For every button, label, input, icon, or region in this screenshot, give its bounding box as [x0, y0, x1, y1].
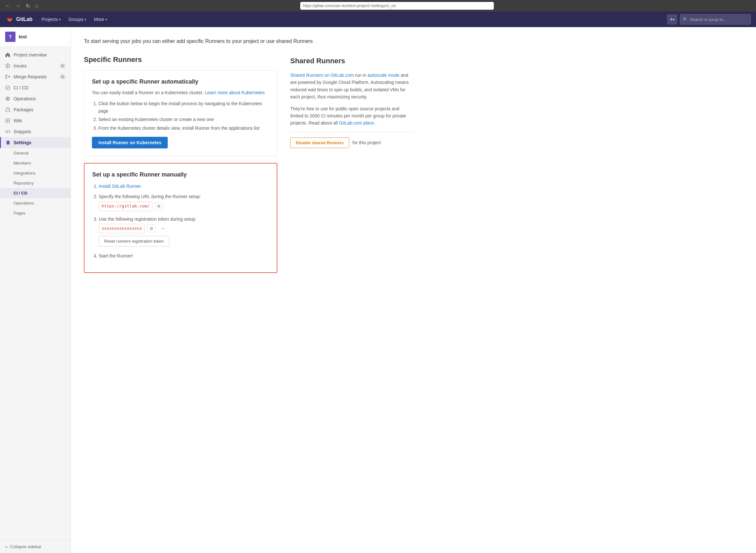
auto-runner-title: Set up a specific Runner automatically [92, 78, 269, 85]
new-item-button[interactable]: + ▾ [667, 14, 677, 24]
nav-groups-label: Groups [68, 17, 83, 22]
search-bar[interactable]: 🔍 Search or jump to... [680, 14, 751, 24]
install-runner-button[interactable]: Install Runner on Kubernetes [92, 137, 168, 148]
sidebar-item-label: Snippets [13, 129, 31, 134]
operations-icon [5, 96, 10, 101]
sidebar-item-settings[interactable]: Settings [0, 137, 71, 148]
manual-runner-title: Set up a specific Runner manually [92, 171, 269, 178]
collapse-icon: « [5, 544, 7, 549]
auto-runner-steps: Click the button below to begin the inst… [92, 100, 269, 132]
nav-more[interactable]: More ▾ [90, 12, 111, 27]
sidebar-item-project-overview[interactable]: Project overview [0, 49, 71, 60]
main-content: To start serving your jobs you can eithe… [71, 27, 426, 553]
sidebar-item-label: Issues [13, 63, 26, 68]
collapse-label: Collapse sidebar [10, 544, 41, 549]
sidebar-footer: « Collapse sidebar [0, 540, 71, 553]
gitlab-plans-link[interactable]: GitLab.com plans [339, 121, 375, 126]
sidebar-sub-item-ci-cd[interactable]: CI / CD [0, 188, 71, 198]
sidebar-item-snippets[interactable]: Snippets [0, 126, 71, 137]
disable-shared-runners-button[interactable]: Disable shared Runners [290, 138, 349, 148]
runners-grid: Specific Runners Set up a specific Runne… [84, 56, 413, 273]
auto-runner-description: You can easily install a Runner on a Kub… [92, 89, 269, 96]
svg-point-4 [5, 77, 7, 79]
layout: T test Project overview Issues 0 [0, 27, 756, 553]
sidebar-item-wiki[interactable]: Wiki [0, 115, 71, 126]
copy-url-button[interactable]: ⧉ [155, 202, 163, 210]
avatar: T [5, 31, 15, 42]
sidebar-sub-item-members[interactable]: Members [0, 158, 71, 168]
url-text: https://gitlab.com/user-test/test-projec… [303, 4, 396, 8]
refresh-button[interactable]: ↻ [24, 2, 31, 10]
sidebar-item-label: Merge Requests [13, 74, 47, 79]
shared-runners-link[interactable]: Shared Runners on GitLab.com [290, 73, 355, 78]
sidebar-item-label: Packages [13, 107, 33, 112]
sidebar-item-label: Operations [13, 96, 35, 101]
sidebar-sub-item-general[interactable]: General [0, 148, 71, 158]
issues-icon [5, 63, 10, 68]
forward-button[interactable]: → [14, 2, 22, 9]
sidebar-item-label: CI / CD [13, 85, 28, 90]
gitlab-logo-text: GitLab [16, 16, 32, 22]
back-button[interactable]: ← [4, 2, 12, 9]
sidebar-item-ci-cd[interactable]: CI / CD [0, 82, 71, 93]
sidebar-item-packages[interactable]: Packages [0, 104, 71, 115]
groups-caret-icon: ▾ [84, 18, 86, 21]
sidebar-item-label: Settings [13, 140, 31, 145]
runner-token: xxxxxxxxxxxxxxxx [99, 224, 145, 233]
auto-step-3: From the Kubernetes cluster details view… [98, 125, 269, 132]
home-icon [5, 52, 10, 58]
sidebar-item-operations[interactable]: Operations [0, 93, 71, 104]
reset-token-button[interactable]: Reset runners registration token [99, 236, 169, 246]
auto-runner-card: Set up a specific Runner automatically Y… [84, 70, 277, 156]
home-button[interactable]: ⌂ [34, 2, 40, 9]
copy-token-button[interactable]: ⧉ [147, 225, 155, 232]
nav-more-label: More [94, 17, 104, 22]
learn-more-kubernetes-link[interactable]: Learn more about Kubernetes [205, 90, 265, 95]
shared-runners-title: Shared Runners [290, 57, 413, 65]
search-icon: 🔍 [683, 17, 688, 22]
sidebar-item-label: Project overview [13, 52, 47, 58]
install-gitlab-runner-link[interactable]: Install GitLab Runner [99, 183, 141, 189]
url-bar[interactable]: https://gitlab.com/user-test/test-projec… [300, 2, 494, 10]
packages-icon [5, 107, 10, 112]
sidebar-nav: Project overview Issues 0 Merge Requests… [0, 47, 71, 540]
shared-runners-para1: Shared Runners on GitLab.com run in auto… [290, 72, 413, 101]
project-name: test [19, 34, 27, 40]
svg-point-7 [7, 98, 8, 99]
collapse-sidebar-button[interactable]: « Collapse sidebar [5, 544, 66, 549]
nav-right: + ▾ 🔍 Search or jump to... [667, 14, 751, 24]
nav-groups[interactable]: Groups ▾ [65, 12, 90, 27]
intro-text: To start serving your jobs you can eithe… [84, 37, 329, 45]
top-nav: GitLab Projects ▾ Groups ▾ More ▾ + ▾ 🔍 … [0, 12, 756, 27]
for-project-text: for this project [352, 140, 381, 145]
copy-icon: ⧉ [150, 226, 153, 231]
projects-caret-icon: ▾ [59, 18, 61, 21]
plus-icon: + [670, 16, 673, 22]
auto-step-1: Click the button below to begin the inst… [98, 100, 269, 114]
sidebar-item-merge-requests[interactable]: Merge Requests 0 [0, 71, 71, 82]
runner-url: https://gitlab.com/ [99, 202, 153, 211]
manual-step-1: Install GitLab Runner [99, 183, 269, 190]
project-header: T test [0, 27, 71, 47]
sidebar-sub-item-repository[interactable]: Repository [0, 178, 71, 188]
gitlab-logo[interactable]: GitLab [5, 15, 32, 24]
search-placeholder: Search or jump to... [690, 17, 726, 22]
nav-projects[interactable]: Projects ▾ [38, 12, 65, 27]
autoscale-mode-link[interactable]: autoscale mode [368, 73, 401, 78]
issues-badge: 0 [60, 64, 66, 68]
sidebar-sub-item-integrations[interactable]: Integrations [0, 168, 71, 178]
specific-runners-title: Specific Runners [84, 56, 277, 64]
token-code-block: xxxxxxxxxxxxxxxx ⧉ ← [99, 224, 166, 233]
manual-runner-steps: Install GitLab Runner Specify the follow… [92, 183, 269, 259]
nav-menu: Projects ▾ Groups ▾ More ▾ [38, 12, 111, 27]
settings-icon [5, 140, 10, 145]
specific-runners-section: Specific Runners Set up a specific Runne… [84, 56, 277, 273]
sidebar-item-issues[interactable]: Issues 0 [0, 60, 71, 71]
sidebar-sub-item-pages[interactable]: Pages [0, 208, 71, 218]
disable-row: Disable shared Runners for this project [290, 138, 413, 148]
wiki-icon [5, 118, 10, 123]
browser-bar: ← → ↻ ⌂ https://gitlab.com/user-test/tes… [0, 0, 756, 12]
sidebar-sub-item-operations[interactable]: Operations [0, 198, 71, 208]
arrow-indicator: ← [160, 224, 166, 233]
svg-rect-1 [7, 65, 8, 67]
